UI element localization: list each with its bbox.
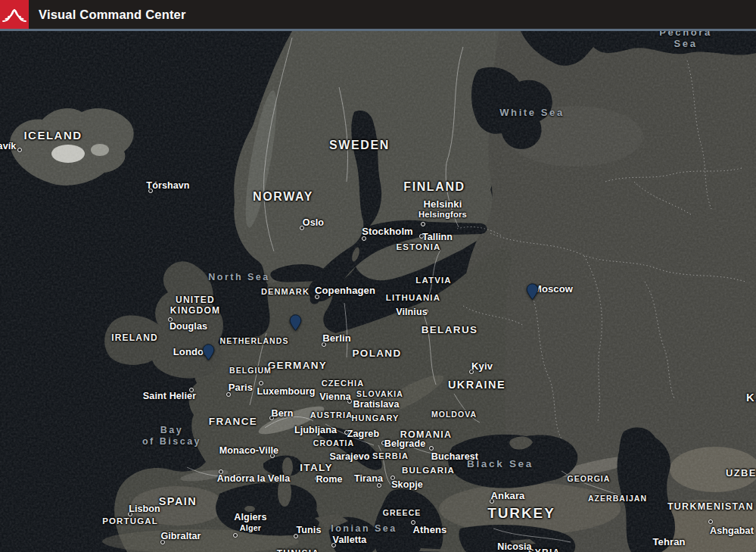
map-pin-moscow[interactable] xyxy=(526,283,539,300)
city-dot-kyiv xyxy=(469,370,474,374)
city-dot-belgrade xyxy=(381,441,386,445)
city-dot-lisbon xyxy=(128,512,132,516)
city-dot-andorra-la-vella xyxy=(219,469,223,474)
city-dot-ashgabat xyxy=(708,519,713,524)
city-dot-tallinn xyxy=(419,234,424,239)
city-dot-vienna xyxy=(347,399,352,404)
city-dot-berlin xyxy=(322,342,326,347)
city-dot-bratislava xyxy=(355,401,359,406)
city-dot-skopje xyxy=(390,476,395,480)
city-dot-reykjav-k xyxy=(17,148,22,152)
satellite-basemap xyxy=(0,31,756,552)
city-dot-valletta xyxy=(331,543,336,547)
pin-icon xyxy=(289,314,302,331)
city-dot-vilnius xyxy=(424,309,428,313)
city-dot-monaco-ville xyxy=(270,454,275,458)
pin-icon xyxy=(526,283,539,300)
city-dot-t-rshavn xyxy=(148,189,153,193)
city-dot-ankara xyxy=(490,499,494,504)
app-title: Visual Command Center xyxy=(39,8,186,22)
city-dot-bern xyxy=(269,416,274,420)
city-dot-tunis xyxy=(294,534,298,538)
city-dot-stockholm xyxy=(362,236,366,241)
city-dot-saint-helier xyxy=(189,388,194,392)
map-pin-london[interactable] xyxy=(202,344,215,360)
city-dot-luxembourg xyxy=(259,381,263,385)
map-canvas[interactable]: ICELANDNORWAYSWEDENFINLANDESTONIALATVIAL… xyxy=(0,31,756,552)
city-dot-sarajevo xyxy=(365,454,369,458)
city-dot-paris xyxy=(226,392,231,397)
app-logo[interactable] xyxy=(0,0,29,29)
city-dot-oslo xyxy=(300,226,304,230)
city-dot-athens xyxy=(411,520,415,525)
app-header: Visual Command Center xyxy=(0,0,756,29)
pin-icon xyxy=(202,344,215,360)
city-dot-rome xyxy=(315,476,319,481)
city-dot-bucharest xyxy=(429,446,434,451)
city-dot-copenhagen xyxy=(315,295,319,299)
city-dot-gibraltar xyxy=(160,540,165,544)
map-pin-north-germany[interactable] xyxy=(289,314,302,331)
city-dot-zagreb xyxy=(344,430,349,435)
everbridge-logo-icon xyxy=(0,0,29,29)
city-dot-ljubljana xyxy=(330,427,334,432)
header-accent-strip xyxy=(0,29,756,31)
city-dot-helsinki xyxy=(421,222,425,226)
city-dot-algiers xyxy=(233,533,238,538)
city-dot-tirana xyxy=(377,483,381,488)
city-dot-douglas xyxy=(168,317,173,322)
